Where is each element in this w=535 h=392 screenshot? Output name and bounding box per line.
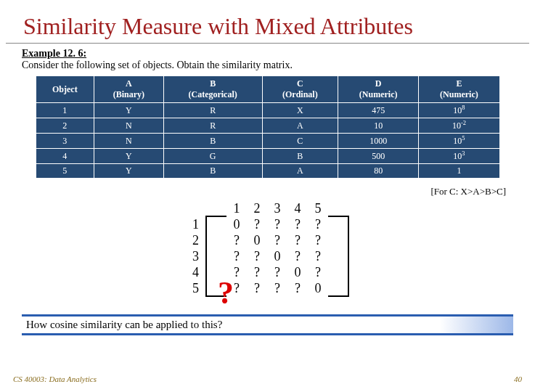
matrix-row-hdr: 5 (186, 280, 206, 296)
data-table: Object A(Binary) B(Categorical) C(Ordina… (36, 75, 500, 179)
cell: X (262, 103, 338, 118)
cell: 500 (338, 149, 419, 164)
th-e: E(Numeric) (419, 76, 499, 103)
matrix-cell: ? (267, 280, 287, 296)
matrix-cell: ? (247, 280, 267, 296)
matrix-cell: ? (226, 280, 247, 296)
matrix-cell: ? (287, 280, 308, 296)
cell: G (163, 149, 262, 164)
matrix-cell: ? (287, 216, 308, 232)
table-row: 4 Y G B 500 103 (36, 149, 499, 164)
footer-left: CS 40003: Data Analytics (13, 375, 97, 383)
table-row: 2 N R A 10 10-2 (36, 118, 499, 134)
matrix-cell: ? (247, 248, 267, 264)
matrix-cell: 0 (226, 216, 247, 232)
matrix-cell: 0 (287, 264, 308, 280)
cell: 4 (36, 149, 94, 164)
matrix-cell: ? (247, 264, 267, 280)
th-object: Object (36, 76, 94, 103)
cell: R (163, 118, 262, 134)
matrix-cell: ? (226, 264, 247, 280)
table-row: 1 Y R X 475 108 (36, 103, 499, 118)
matrix-col-hdr: 3 (267, 200, 287, 216)
matrix-col-hdr: 4 (287, 200, 308, 216)
cell: B (262, 149, 338, 164)
cell: N (94, 134, 163, 149)
question-bar: How cosine similarity can be applied to … (22, 314, 513, 335)
th-a: A(Binary) (94, 76, 163, 103)
footer: CS 40003: Data Analytics 40 (13, 375, 522, 383)
matrix-cell: ? (226, 248, 247, 264)
matrix-cell: ? (267, 216, 287, 232)
table-row: 5 Y B A 80 1 (36, 164, 499, 179)
table-row: 3 N B C 1000 105 (36, 134, 499, 149)
matrix-cell: ? (226, 232, 247, 248)
cell: R (163, 103, 262, 118)
matrix-cell: ? (267, 232, 287, 248)
ordinal-note: [For C: X>A>B>C] (0, 186, 535, 197)
cell: 2 (36, 118, 94, 134)
matrix-cell: ? (308, 216, 328, 232)
cell: Y (94, 149, 163, 164)
cell: N (94, 118, 163, 134)
cell: A (262, 164, 338, 179)
slide-title: Similarity Measure with Mixed Attributes (6, 0, 529, 44)
matrix-row-hdr: 1 (186, 216, 206, 232)
cell: 80 (338, 164, 419, 179)
cell: 105 (419, 134, 499, 149)
th-d: D(Numeric) (338, 76, 419, 103)
cell: A (262, 118, 338, 134)
table-header-row: Object A(Binary) B(Categorical) C(Ordina… (36, 76, 499, 103)
page-number: 40 (514, 375, 522, 383)
similarity-matrix: 1 2 3 4 5 1 0 ? ? ? ? 2 ? 0 ? ? ? 3 ? (0, 200, 535, 297)
th-b: B(Categorical) (163, 76, 262, 103)
matrix-row-hdr: 4 (186, 264, 206, 280)
cell: 1000 (338, 134, 419, 149)
matrix-col-hdr: 2 (247, 200, 267, 216)
cell: 475 (338, 103, 419, 118)
matrix-cell: 0 (308, 280, 328, 296)
cell: B (163, 134, 262, 149)
matrix-cell: 0 (267, 248, 287, 264)
matrix-cell: ? (287, 232, 308, 248)
matrix-cell: ? (267, 264, 287, 280)
cell: 108 (419, 103, 499, 118)
cell: 1 (36, 103, 94, 118)
matrix-cell: ? (287, 248, 308, 264)
cell: C (262, 134, 338, 149)
matrix-row-hdr: 2 (186, 232, 206, 248)
th-c: C(Ordinal) (262, 76, 338, 103)
cell: 1 (419, 164, 499, 179)
matrix-cell: ? (308, 232, 328, 248)
matrix-cell: ? (308, 264, 328, 280)
example-label: Example 12. 6: (0, 48, 535, 60)
matrix-cell: ? (247, 216, 267, 232)
matrix-cell: ? (308, 248, 328, 264)
cell: 10-2 (419, 118, 499, 134)
cell: 5 (36, 164, 94, 179)
matrix-col-hdr: 5 (308, 200, 328, 216)
cell: 3 (36, 134, 94, 149)
cell: 10 (338, 118, 419, 134)
example-text: Consider the following set of objects. O… (0, 60, 535, 71)
cell: Y (94, 164, 163, 179)
cell: Y (94, 103, 163, 118)
matrix-col-hdr: 1 (226, 200, 247, 216)
cell: 103 (419, 149, 499, 164)
matrix-cell: 0 (247, 232, 267, 248)
matrix-row-hdr: 3 (186, 248, 206, 264)
cell: B (163, 164, 262, 179)
